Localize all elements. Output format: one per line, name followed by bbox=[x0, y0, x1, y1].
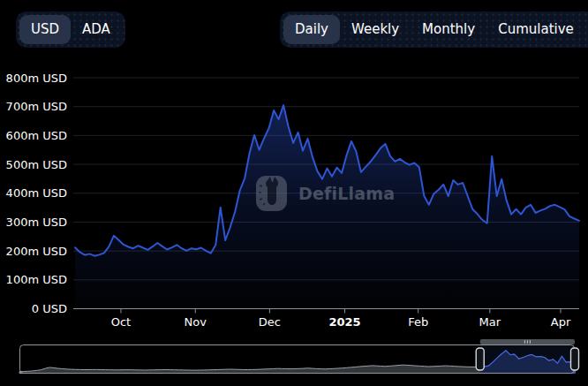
defillama-tvl-chart-screen: USD ADA Daily Weekly Monthly Cumulative bbox=[0, 0, 588, 386]
currency-usd-button[interactable]: USD bbox=[19, 15, 71, 44]
x-axis-label: Oct bbox=[111, 315, 131, 329]
interval-toggle-group: Daily Weekly Monthly Cumulative bbox=[280, 11, 588, 48]
y-axis-label: 500m USD bbox=[6, 158, 67, 171]
currency-toggle-group: USD ADA bbox=[16, 11, 125, 48]
y-axis-label: 0 USD bbox=[32, 302, 67, 315]
x-axis-label: 2025 bbox=[328, 315, 360, 329]
currency-ada-button[interactable]: ADA bbox=[71, 15, 122, 44]
y-axis-label: 200m USD bbox=[6, 245, 67, 258]
interval-cumulative-button[interactable]: Cumulative bbox=[486, 15, 585, 44]
x-axis-label: Apr bbox=[551, 315, 571, 329]
y-axis-label: 400m USD bbox=[6, 186, 67, 200]
y-axis-label: 800m USD bbox=[6, 72, 67, 85]
chart-toolbar: USD ADA Daily Weekly Monthly Cumulative bbox=[0, 0, 588, 53]
y-axis-label: 700m USD bbox=[6, 100, 67, 113]
x-axis-label: Dec bbox=[259, 315, 281, 329]
interval-monthly-button[interactable]: Monthly bbox=[411, 15, 486, 44]
interval-weekly-button[interactable]: Weekly bbox=[340, 15, 411, 44]
y-axis-label: 300m USD bbox=[6, 216, 67, 229]
nav-left-handle[interactable] bbox=[476, 348, 484, 370]
y-axis-label: 600m USD bbox=[6, 129, 67, 142]
x-axis-label: Feb bbox=[408, 315, 428, 329]
y-axis-label: 100m USD bbox=[6, 273, 67, 286]
x-axis-label: Nov bbox=[185, 315, 207, 329]
interval-daily-button[interactable]: Daily bbox=[283, 15, 340, 44]
x-axis-label: Mar bbox=[479, 315, 501, 329]
tvl-chart-canvas[interactable]: 0 USD100m USD200m USD300m USD400m USD500… bbox=[0, 0, 588, 386]
nav-right-handle[interactable] bbox=[571, 348, 579, 370]
